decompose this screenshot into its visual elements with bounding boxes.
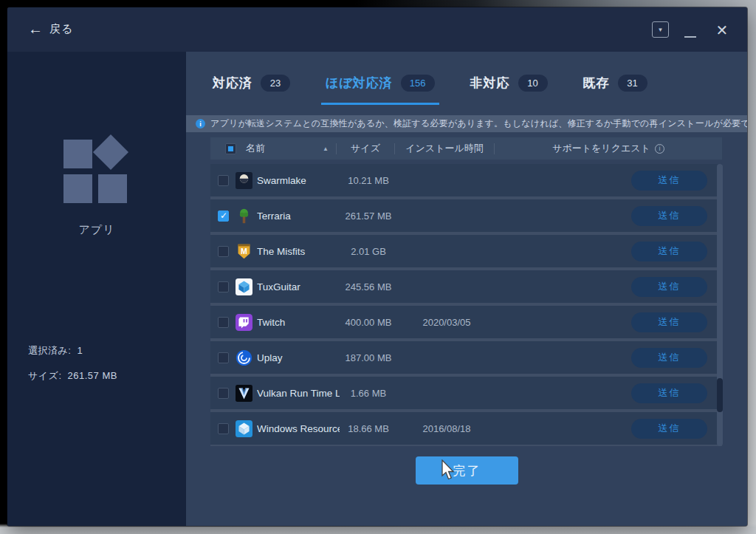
size-label: サイズ:	[28, 370, 62, 381]
table-row[interactable]: Windows Resource ··· 18.66 MB 2016/08/18…	[210, 412, 722, 445]
tab-existing[interactable]: 既存 31	[579, 65, 652, 105]
svg-text:M: M	[241, 247, 247, 256]
notice-bar: i アプリが転送システムとの互換性があるか、検証する必要があります。もしなければ…	[186, 115, 747, 132]
row-checkbox[interactable]	[218, 246, 229, 257]
table-row[interactable]: TuxGuitar 245.56 MB 送信	[210, 270, 722, 303]
app-icon-terraria	[236, 208, 252, 225]
table-header: 名前 ▲ サイズ インストール時間 サポートをリクエスト i	[210, 137, 722, 160]
back-arrow-icon: ←	[28, 21, 43, 37]
app-window: ← 戻る ▼ ✕ アプリ 選択済み:1 サイズ:261.57 MB 対応済 23	[7, 7, 747, 526]
send-button[interactable]: 送信	[631, 312, 707, 332]
tab-existing-count: 31	[618, 75, 647, 92]
notice-text: アプリが転送システムとの互換性があるか、検証する必要があります。もしなければ、修…	[210, 117, 747, 130]
column-name: 名前	[246, 142, 265, 155]
app-icon-uplay	[236, 349, 252, 366]
app-icon-the-misfits: M	[236, 243, 252, 260]
send-button[interactable]: 送信	[631, 419, 707, 439]
done-button[interactable]: 完了	[416, 456, 518, 485]
row-checkbox[interactable]	[218, 317, 229, 328]
app-icon-tuxguitar	[236, 278, 252, 295]
row-checkbox[interactable]	[218, 281, 229, 292]
send-button[interactable]: 送信	[631, 348, 707, 368]
select-all-checkbox[interactable]	[225, 143, 236, 154]
minimize-button[interactable]	[684, 36, 696, 38]
table-row[interactable]: Twitch 400.00 MB 2020/03/05 送信	[210, 306, 722, 338]
menu-dropdown-button[interactable]: ▼	[652, 21, 669, 38]
table-row[interactable]: M The Misfits 2.01 GB 送信	[210, 235, 722, 267]
send-button[interactable]: 送信	[631, 277, 707, 297]
tab-unsupported-count: 10	[518, 75, 548, 92]
column-install-time: インストール時間	[395, 142, 494, 155]
row-checkbox[interactable]	[218, 388, 229, 399]
sidebar-apps-label: アプリ	[7, 223, 186, 237]
apps-icon	[63, 137, 131, 205]
scrollbar-thumb[interactable]	[717, 378, 723, 412]
selected-label: 選択済み:	[28, 345, 71, 356]
table-row[interactable]: Swarmlake 10.21 MB 送信	[210, 164, 722, 196]
app-list: Swarmlake 10.21 MB 送信 Terraria 261.57 MB…	[210, 164, 722, 446]
selection-stats: 選択済み:1 サイズ:261.57 MB	[28, 344, 117, 394]
sort-ascending-icon[interactable]: ▲	[323, 146, 329, 152]
tab-unsupported[interactable]: 非対応 10	[466, 65, 552, 105]
tab-bar: 対応済 23 ほぼ対応済 156 非対応 10 既存 31	[208, 65, 652, 105]
sidebar: アプリ 選択済み:1 サイズ:261.57 MB	[7, 52, 186, 526]
send-button[interactable]: 送信	[631, 242, 707, 261]
send-button[interactable]: 送信	[631, 171, 707, 191]
tab-mostly-supported[interactable]: ほぼ対応済 156	[321, 65, 439, 105]
size-value: 261.57 MB	[68, 370, 117, 381]
table-row[interactable]: Terraria 261.57 MB 送信	[210, 199, 722, 232]
column-size: サイズ	[337, 142, 394, 155]
title-bar: ← 戻る ▼ ✕	[7, 7, 747, 52]
tab-supported-count: 23	[261, 75, 290, 92]
tab-mostly-supported-count: 156	[401, 75, 435, 92]
close-button[interactable]: ✕	[713, 21, 731, 39]
row-checkbox[interactable]	[218, 175, 229, 186]
send-button[interactable]: 送信	[631, 206, 707, 226]
back-label: 戻る	[49, 22, 73, 36]
table-row[interactable]: Uplay 187.00 MB 送信	[210, 341, 722, 374]
row-checkbox[interactable]	[218, 352, 229, 363]
app-icon-twitch	[236, 314, 252, 331]
support-info-icon[interactable]: i	[655, 144, 664, 154]
selected-count: 1	[77, 345, 83, 356]
mouse-cursor	[441, 459, 458, 482]
app-icon-windows-resource	[236, 420, 252, 437]
row-checkbox[interactable]	[218, 210, 229, 222]
info-icon: i	[196, 119, 205, 129]
app-icon-vulkan	[236, 385, 252, 402]
column-support: サポートをリクエスト	[552, 142, 650, 155]
back-button[interactable]: ← 戻る	[28, 21, 73, 37]
main-content: 対応済 23 ほぼ対応済 156 非対応 10 既存 31 i アプリが転送シス…	[186, 52, 747, 526]
app-icon-swarmlake	[236, 172, 252, 189]
table-row[interactable]: Vulkan Run Time Li··· 1.66 MB 送信	[210, 377, 722, 409]
row-checkbox[interactable]	[218, 423, 229, 434]
send-button[interactable]: 送信	[631, 383, 707, 403]
list-scrollbar[interactable]	[717, 164, 723, 446]
tab-supported[interactable]: 対応済 23	[208, 65, 295, 105]
